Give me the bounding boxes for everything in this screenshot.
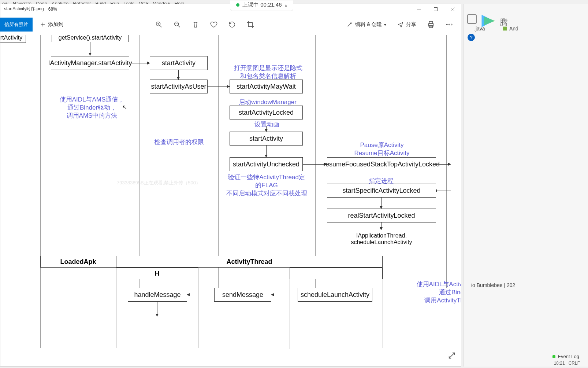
arrow — [208, 87, 230, 87]
swimlane-divider — [40, 268, 41, 348]
box-startActivity1: startActivity — [150, 56, 208, 70]
arrow — [187, 295, 214, 295]
share-button[interactable]: 分享 — [394, 19, 420, 30]
swimlane-divider — [383, 268, 383, 348]
ann-wm: 启动windowManager — [237, 98, 299, 106]
fullscreen-button[interactable] — [448, 352, 456, 361]
arrow — [266, 126, 267, 132]
ide-panel-title: io Bumblebee | 202 — [471, 282, 515, 288]
maximize-button[interactable] — [427, 4, 444, 14]
minimize-button[interactable] — [410, 4, 427, 14]
box-IActivityManager: IActivityManager.startActivity — [51, 56, 129, 70]
box-startActivityMayWait: startActivityMayWait — [230, 80, 303, 93]
swimlane-divider — [198, 268, 198, 348]
box-startSpecific: startSpecificActivityLocked — [327, 184, 436, 198]
svg-point-18 — [446, 24, 447, 25]
ann-aidl-activi: 使用AIDL与Activi通过Bind调用ActivityTh — [402, 280, 461, 305]
photos-window: startActivity时序.png 68% 信所有照片 添加到 编辑 & 创… — [0, 4, 461, 367]
svg-line-9 — [160, 26, 162, 27]
chevron-down-icon: ▾ — [384, 22, 386, 27]
box-startActivityAsUser: startActivityAsUser — [150, 80, 208, 93]
box-iAppThread: IApplicationThread. scheduleLaunchActivi… — [327, 230, 436, 248]
ide-statusbar: 18:21CRLF — [554, 361, 580, 366]
box-startActivityLocked: startActivityLocked — [230, 106, 303, 119]
swimlane-divider — [218, 35, 219, 288]
svg-point-19 — [449, 24, 450, 25]
ann-intent: 打开意图是显示还是隐式和包名类名信息解析 — [233, 64, 303, 80]
arrow — [266, 146, 267, 157]
box-startActivity2: startActivity — [230, 132, 303, 146]
arrow — [157, 302, 157, 316]
android-file-tab[interactable]: And — [502, 26, 518, 32]
svg-point-20 — [451, 24, 452, 25]
watermark: 793383895B正在观看,禁止外传（500） — [117, 180, 201, 186]
recording-dot-icon — [236, 3, 239, 7]
wand-icon — [346, 21, 353, 28]
ide-right-panel: 腾 .java And ? io Bumblebee | 202 Event L… — [464, 4, 588, 367]
swimlane-divider — [116, 268, 116, 348]
crop-button[interactable] — [243, 17, 258, 32]
file-name: startActivity时序.png — [4, 6, 44, 12]
svg-rect-0 — [468, 15, 476, 23]
see-all-photos-button[interactable]: 信所有照片 — [0, 18, 33, 32]
photos-toolbar: 信所有照片 添加到 编辑 & 创建 ▾ 分享 — [0, 14, 461, 35]
rotate-button[interactable] — [225, 17, 239, 32]
box-rtActivity: rtActivity — [0, 35, 26, 43]
box-scheduleLaunch: scheduleLaunchActivity — [298, 288, 372, 302]
chevron-up-icon: ▴ — [285, 3, 287, 8]
favorite-button[interactable] — [206, 17, 221, 32]
close-button[interactable] — [444, 4, 461, 14]
event-log-button[interactable]: Event Log — [552, 354, 579, 359]
zoom-in-button[interactable] — [152, 17, 166, 32]
svg-rect-3 — [434, 8, 438, 11]
ann-flag: 验证一些特ActivityThread定的FLAG不同启动模式对应不同栈处理 — [226, 173, 307, 198]
delete-button[interactable] — [188, 17, 203, 32]
more-button[interactable] — [442, 17, 457, 32]
mouse-cursor-icon: ↖ — [122, 104, 127, 111]
arrow — [271, 295, 298, 295]
plus-icon — [40, 22, 46, 27]
header-activitythread: ActivityThread — [116, 256, 383, 268]
ann-pause-resume: Pause原ActivityResume目标Activity — [353, 141, 411, 157]
box-sendMessage: sendMessage — [214, 288, 271, 302]
swimlane-divider — [315, 35, 316, 288]
print-button[interactable] — [424, 17, 438, 32]
zoom-level: 68% — [48, 7, 57, 12]
class-status-pill[interactable]: 上课中 00:21:46 ▴ — [230, 0, 293, 11]
status-pill-text: 上课中 00:21:46 — [242, 1, 282, 8]
share-icon — [397, 21, 404, 28]
swimlane-divider — [40, 35, 41, 288]
arrow — [129, 63, 150, 63]
header-loadedapk: LoadedApk — [40, 256, 116, 268]
box-startActivityUnchecked: startActivityUnchecked — [230, 157, 303, 171]
ide-toolbox-icon[interactable] — [466, 13, 478, 25]
ann-anim: 设置动画 — [252, 121, 282, 129]
header-applicationthread: ApplicationThread — [290, 268, 383, 279]
diagram-canvas[interactable]: rtActivity getService().startActivity IA… — [0, 35, 461, 366]
arrow — [178, 70, 179, 80]
arrow — [381, 222, 382, 230]
box-getService: getService().startActivity — [52, 35, 129, 42]
swimlane-divider — [139, 35, 140, 288]
svg-rect-17 — [429, 26, 432, 28]
edit-create-button[interactable]: 编辑 & 创建 ▾ — [343, 19, 390, 30]
arrow — [436, 164, 451, 165]
ann-aidl-ams: 使用AIDL与AMS通信，通过Binder驱动，调用AMS中的方法 — [59, 96, 125, 120]
help-badge-icon[interactable]: ? — [468, 34, 475, 41]
swimlane-divider — [290, 279, 290, 349]
swimlane-divider — [446, 35, 447, 288]
box-realStart: realStartActivityLocked — [327, 209, 436, 222]
add-to-button[interactable]: 添加到 — [36, 19, 67, 30]
arrow — [90, 42, 90, 55]
header-H: H — [116, 268, 198, 279]
box-resumeFocused: resumeFocusedStackTopActivityLocked — [327, 157, 436, 171]
java-file-tab[interactable]: .java — [474, 26, 485, 32]
svg-line-13 — [178, 26, 180, 27]
arrow — [435, 191, 451, 191]
ann-check-perm: 检查调用者的权限 — [152, 138, 205, 146]
svg-rect-1 — [503, 27, 507, 31]
arrow — [381, 198, 382, 209]
zoom-out-button[interactable] — [170, 17, 185, 32]
box-handleMessage: handleMessage — [128, 288, 187, 302]
svg-rect-16 — [429, 22, 432, 24]
